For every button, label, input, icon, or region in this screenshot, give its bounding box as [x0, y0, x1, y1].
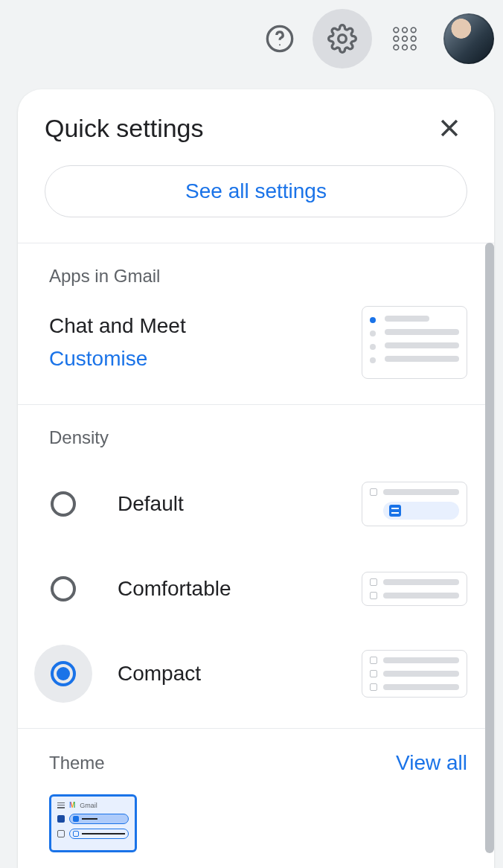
density-label-default: Default: [118, 492, 184, 516]
svg-point-10: [403, 45, 408, 50]
density-label-compact: Compact: [118, 662, 201, 686]
svg-point-11: [411, 45, 416, 50]
top-toolbar: [0, 0, 503, 77]
theme-label-text: Theme: [49, 753, 105, 773]
google-apps-button[interactable]: [375, 9, 435, 68]
settings-button[interactable]: [313, 9, 372, 68]
section-theme: Theme View all M Gmail: [18, 728, 494, 868]
theme-thumbnail-default[interactable]: M Gmail: [49, 794, 137, 852]
close-button[interactable]: [432, 110, 467, 146]
svg-point-4: [403, 28, 408, 33]
radio-comfortable[interactable]: [34, 560, 92, 618]
close-icon: [437, 115, 462, 141]
svg-point-2: [339, 35, 347, 43]
account-avatar[interactable]: [443, 13, 494, 64]
radio-default[interactable]: [34, 475, 92, 533]
section-density: Density Default Comfortable: [18, 404, 494, 728]
see-all-settings-label: See all settings: [185, 179, 327, 203]
svg-point-1: [279, 44, 281, 45]
radio-compact[interactable]: [34, 645, 92, 703]
density-illustration-default: [362, 482, 467, 526]
density-label-comfortable: Comfortable: [118, 577, 231, 601]
svg-point-7: [403, 36, 408, 42]
panel-header: Quick settings: [18, 89, 494, 159]
svg-point-6: [394, 36, 399, 42]
see-all-settings-button[interactable]: See all settings: [45, 165, 467, 217]
svg-point-9: [394, 45, 399, 50]
section-label-apps: Apps in Gmail: [49, 266, 467, 287]
density-option-comfortable[interactable]: Comfortable: [49, 560, 467, 618]
section-apps-in-gmail: Apps in Gmail Chat and Meet Customise: [18, 243, 494, 404]
svg-point-5: [411, 28, 416, 33]
chat-and-meet-text: Chat and Meet Customise: [49, 314, 186, 371]
chat-and-meet-illustration: [362, 306, 467, 379]
quick-settings-panel: Quick settings See all settings Apps in …: [18, 89, 494, 868]
svg-point-3: [394, 28, 399, 33]
help-icon: [265, 24, 295, 54]
density-option-default[interactable]: Default: [49, 475, 467, 533]
density-option-compact[interactable]: Compact: [49, 645, 467, 703]
section-label-density: Density: [49, 427, 467, 448]
customise-link[interactable]: Customise: [49, 347, 186, 371]
section-label-theme: Theme View all: [49, 751, 467, 775]
chat-and-meet-row: Chat and Meet Customise: [49, 306, 467, 379]
hamburger-icon: [57, 802, 65, 808]
panel-title: Quick settings: [45, 114, 204, 143]
view-all-themes-link[interactable]: View all: [396, 751, 467, 775]
help-button[interactable]: [250, 9, 310, 68]
chat-and-meet-title: Chat and Meet: [49, 314, 186, 338]
density-illustration-comfortable: [362, 572, 467, 606]
gmail-logo-m-icon: M: [69, 801, 75, 809]
gear-icon: [327, 24, 357, 54]
gmail-logo-text: Gmail: [80, 802, 97, 809]
settings-scroll-area: Apps in Gmail Chat and Meet Customise De…: [18, 243, 494, 868]
scrollbar-thumb[interactable]: [485, 243, 494, 853]
apps-grid-icon: [390, 24, 420, 54]
density-illustration-compact: [362, 650, 467, 698]
svg-point-8: [411, 36, 416, 42]
